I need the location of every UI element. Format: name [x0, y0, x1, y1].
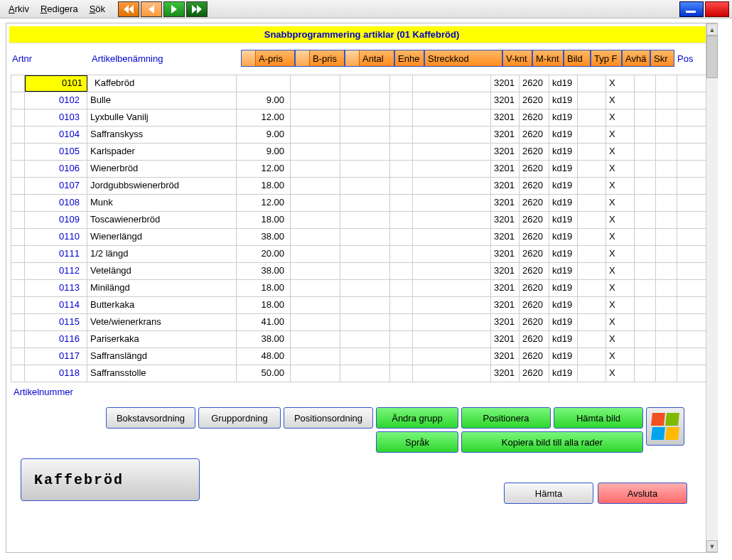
cell-pos[interactable]: [656, 314, 677, 330]
cell-skr[interactable]: [635, 365, 656, 382]
cell-mknt[interactable]: 2620: [520, 246, 549, 262]
table-row[interactable]: 01111/2 längd20.0032012620kd19X: [11, 246, 713, 263]
cell-pos[interactable]: [656, 161, 677, 177]
cell-artnr[interactable]: 0114: [25, 297, 87, 313]
cell-mknt[interactable]: 2620: [520, 161, 549, 177]
cell-streck[interactable]: [413, 161, 491, 177]
window-close-button[interactable]: [705, 1, 729, 17]
cell-bild[interactable]: kd19: [549, 229, 578, 245]
cell-vknt[interactable]: 3201: [491, 331, 520, 348]
windows-icon-button[interactable]: [646, 407, 684, 446]
cell-enh[interactable]: [390, 109, 413, 126]
table-row[interactable]: 0102Bulle9.0032012620kd19X: [11, 92, 713, 109]
cell-bpris[interactable]: [291, 161, 340, 177]
cell-typf[interactable]: [578, 195, 606, 211]
cell-mknt[interactable]: 2620: [520, 331, 549, 348]
cell-avha[interactable]: X: [606, 297, 635, 313]
cell-bpris[interactable]: [291, 109, 340, 126]
cell-bpris[interactable]: [291, 195, 340, 211]
cell-bild[interactable]: kd19: [549, 297, 578, 313]
cell-apris[interactable]: 38.00: [237, 331, 291, 348]
cell-antal[interactable]: [340, 331, 390, 348]
cell-name[interactable]: Vetelängd: [87, 263, 237, 279]
cell-bild[interactable]: kd19: [549, 263, 578, 279]
vertical-scrollbar[interactable]: ▲ ▼: [706, 23, 718, 552]
cell-name[interactable]: Bulle: [87, 92, 237, 109]
cell-pos[interactable]: [656, 75, 677, 92]
cell-streck[interactable]: [413, 229, 491, 245]
cell-name[interactable]: Butterkaka: [87, 297, 237, 313]
cell-streck[interactable]: [413, 212, 491, 228]
cell-artnr[interactable]: 0107: [25, 178, 87, 194]
cell-apris[interactable]: 18.00: [237, 178, 291, 194]
table-row[interactable]: 0107Jordgubbswienerbröd18.0032012620kd19…: [11, 178, 713, 195]
cell-vknt[interactable]: 3201: [491, 178, 520, 194]
cell-pos[interactable]: [656, 331, 677, 348]
cell-streck[interactable]: [413, 144, 491, 160]
cell-skr[interactable]: [635, 212, 656, 228]
cell-name[interactable]: Pariserkaka: [87, 331, 237, 348]
table-row[interactable]: 0108Munk12.0032012620kd19X: [11, 195, 713, 212]
cell-enh[interactable]: [390, 246, 413, 262]
cell-bild[interactable]: kd19: [549, 178, 578, 194]
cell-pos[interactable]: [656, 263, 677, 279]
cell-typf[interactable]: [578, 178, 606, 194]
cell-pos[interactable]: [656, 109, 677, 126]
table-row[interactable]: 0117Saffranslängd48.0032012620kd19X: [11, 348, 713, 365]
cell-typf[interactable]: [578, 212, 606, 228]
cell-bpris[interactable]: [291, 263, 340, 279]
header-antal-button[interactable]: Antal: [345, 50, 394, 67]
row-selector[interactable]: [11, 178, 25, 194]
cell-streck[interactable]: [413, 178, 491, 194]
cell-bild[interactable]: kd19: [549, 365, 578, 382]
cell-enh[interactable]: [390, 263, 413, 279]
cell-antal[interactable]: [340, 280, 390, 296]
table-row[interactable]: 0101Kaffebröd32012620kd19X: [11, 75, 713, 92]
cell-name[interactable]: Lyxbulle Vanilj: [87, 109, 237, 126]
cell-artnr[interactable]: 0112: [25, 263, 87, 279]
cell-typf[interactable]: [578, 263, 606, 279]
cell-streck[interactable]: [413, 92, 491, 109]
cell-artnr[interactable]: 0106: [25, 161, 87, 177]
cell-mknt[interactable]: 2620: [520, 212, 549, 228]
table-row[interactable]: 0114Butterkaka18.0032012620kd19X: [11, 297, 713, 314]
cell-bild[interactable]: kd19: [549, 280, 578, 296]
cell-avha[interactable]: X: [606, 75, 635, 92]
cell-bild[interactable]: kd19: [549, 75, 578, 92]
cell-bpris[interactable]: [291, 297, 340, 313]
cell-bpris[interactable]: [291, 331, 340, 348]
cell-streck[interactable]: [413, 280, 491, 296]
row-selector[interactable]: [11, 92, 25, 109]
cell-apris[interactable]: 18.00: [237, 297, 291, 313]
cell-name[interactable]: Wienerlängd: [87, 229, 237, 245]
cell-bpris[interactable]: [291, 348, 340, 365]
cell-artnr[interactable]: 0103: [25, 109, 87, 126]
cell-skr[interactable]: [635, 144, 656, 160]
cell-enh[interactable]: [390, 331, 413, 348]
hamta-bild-button[interactable]: Hämta bild: [554, 407, 643, 429]
cell-avha[interactable]: X: [606, 280, 635, 296]
cell-skr[interactable]: [635, 297, 656, 313]
nav-next-button[interactable]: [163, 1, 185, 17]
cell-enh[interactable]: [390, 161, 413, 177]
cell-bpris[interactable]: [291, 229, 340, 245]
cell-skr[interactable]: [635, 280, 656, 296]
cell-pos[interactable]: [656, 297, 677, 313]
cell-vknt[interactable]: 3201: [491, 314, 520, 330]
cell-vknt[interactable]: 3201: [491, 109, 520, 126]
cell-name[interactable]: 1/2 längd: [87, 246, 237, 262]
cell-typf[interactable]: [578, 280, 606, 296]
cell-mknt[interactable]: 2620: [520, 229, 549, 245]
cell-avha[interactable]: X: [606, 365, 635, 382]
cell-apris[interactable]: 18.00: [237, 280, 291, 296]
cell-artnr[interactable]: 0110: [25, 229, 87, 245]
cell-artnr[interactable]: 0117: [25, 348, 87, 365]
cell-artnr[interactable]: 0101: [25, 75, 87, 92]
header-bpris-button[interactable]: B-pris: [295, 50, 345, 67]
cell-antal[interactable]: [340, 229, 390, 245]
cell-skr[interactable]: [635, 126, 656, 143]
kopiera-bild-button[interactable]: Kopiera bild till alla rader: [461, 431, 643, 453]
cell-apris[interactable]: 50.00: [237, 365, 291, 382]
cell-antal[interactable]: [340, 161, 390, 177]
cell-pos[interactable]: [656, 195, 677, 211]
